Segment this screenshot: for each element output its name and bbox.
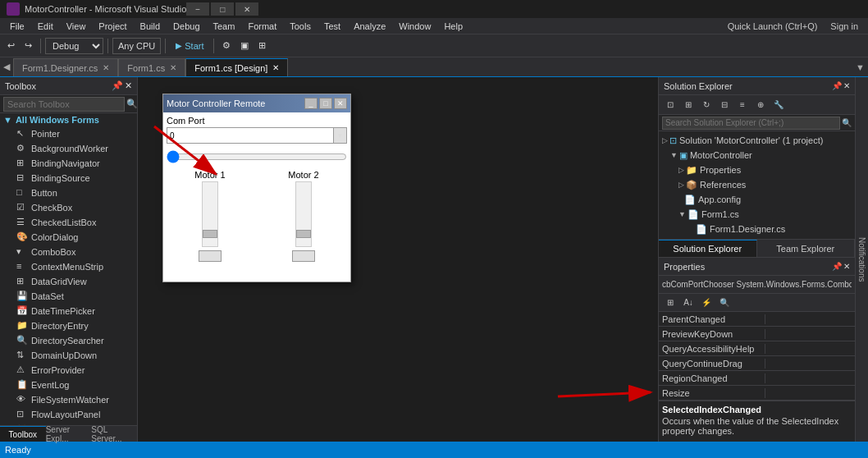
menu-team[interactable]: Team <box>207 20 242 33</box>
toolbar-extra-1[interactable]: ⚙ <box>218 37 235 55</box>
toolbox-tab-server-explorer[interactable]: Server Expl... <box>46 426 92 442</box>
se-pin-icon[interactable]: 📌 <box>832 81 842 90</box>
props-search-btn[interactable]: 🔍 <box>716 295 733 310</box>
toolbox-item-checkbox[interactable]: ☑CheckBox <box>0 200 137 215</box>
quick-launch[interactable]: Quick Launch (Ctrl+Q) <box>721 21 825 31</box>
toolbox-item-button[interactable]: □Button <box>0 185 137 200</box>
toolbox-item-datetimepicker[interactable]: 📅DateTimePicker <box>0 304 137 318</box>
menu-file[interactable]: File <box>3 20 31 33</box>
toolbox-item-dataset[interactable]: 💾DataSet <box>0 289 137 304</box>
motor1-slider-handle[interactable] <box>203 230 217 238</box>
se-search-input[interactable] <box>662 117 840 130</box>
tab-team-explorer[interactable]: Team Explorer <box>757 240 856 257</box>
toolbox-pin-icon[interactable]: 📌 <box>112 80 123 91</box>
toolbox-search-input[interactable] <box>3 97 125 112</box>
props-alphabetical-btn[interactable]: A↓ <box>680 295 697 310</box>
toolbox-item-directorysearcher[interactable]: 🔍DirectorySearcher <box>0 333 137 348</box>
toolbox-item-pointer[interactable]: ↖Pointer <box>0 126 137 141</box>
se-btn-5[interactable]: ≡ <box>734 98 751 112</box>
tab-close-form1-designer[interactable]: ✕ <box>103 63 109 72</box>
toolbox-item-bindingsource[interactable]: ⊟BindingSource <box>0 171 137 185</box>
se-btn-6[interactable]: ⊕ <box>752 98 769 112</box>
tree-project[interactable]: ▼ ▣ MotorController <box>659 148 855 163</box>
tab-close-form1-design[interactable]: ✕ <box>272 63 279 72</box>
toolbox-tab-toolbox[interactable]: Toolbox <box>0 426 46 442</box>
toolbox-close-icon[interactable]: ✕ <box>125 80 132 91</box>
minimize-button[interactable]: − <box>186 2 209 16</box>
toolbox-item-flowlayoutpanel[interactable]: ⊡FlowLayoutPanel <box>0 407 137 422</box>
motor2-slider-handle[interactable] <box>296 230 311 238</box>
toolbox-tab-sql-server[interactable]: SQL Server... <box>91 426 137 442</box>
toolbox-item-checkedlistbox[interactable]: ☰CheckedListBox <box>0 215 137 230</box>
menu-tools[interactable]: Tools <box>283 20 318 33</box>
props-categorized-btn[interactable]: ⊞ <box>662 295 678 310</box>
motor1-button[interactable] <box>199 250 222 262</box>
toolbox-item-filesystemwatcher[interactable]: 👁FileSystemWatcher <box>0 392 137 407</box>
menu-analyze[interactable]: Analyze <box>347 20 392 33</box>
redo-button[interactable]: ↪ <box>21 37 36 55</box>
menu-test[interactable]: Test <box>318 20 347 33</box>
com-port-dropdown-btn[interactable]: ▼ <box>333 128 346 143</box>
se-btn-1[interactable]: ⊡ <box>662 98 678 112</box>
start-button[interactable]: ▶ Start <box>170 37 209 55</box>
tab-scroll-left[interactable]: ◀ <box>0 62 13 72</box>
menu-edit[interactable]: Edit <box>31 20 60 33</box>
motor2-button[interactable] <box>292 250 315 262</box>
sign-in[interactable]: Sign in <box>824 21 865 31</box>
close-button[interactable]: ✕ <box>235 2 258 16</box>
se-btn-4[interactable]: ⊟ <box>716 98 733 112</box>
se-btn-3[interactable]: ↻ <box>698 98 715 112</box>
tab-solution-explorer[interactable]: Solution Explorer <box>659 240 757 257</box>
toolbox-category-all-windows-forms[interactable]: ▼ All Windows Forms <box>0 113 137 126</box>
tree-references[interactable]: ▷ 📦 References <box>659 177 855 192</box>
toolbox-item-directoryentry[interactable]: 📁DirectoryEntry <box>0 318 137 333</box>
form-close-button[interactable]: ✕ <box>334 98 347 109</box>
menu-debug[interactable]: Debug <box>167 20 206 33</box>
se-close-icon[interactable]: ✕ <box>843 81 850 90</box>
prop-row-queryaccessibilityhelp[interactable]: QueryAccessibilityHelp <box>659 341 855 356</box>
prop-row-previewkeydown[interactable]: PreviewKeyDown <box>659 327 855 341</box>
toolbox-item-backgroundworker[interactable]: ⚙BackgroundWorker <box>0 141 137 156</box>
menu-project[interactable]: Project <box>92 20 133 33</box>
tab-scroll-right[interactable]: ▼ <box>852 62 868 72</box>
menu-format[interactable]: Format <box>241 20 283 33</box>
toolbox-item-domainupdown[interactable]: ⇅DomainUpDown <box>0 348 137 363</box>
toolbox-item-combobox[interactable]: ▾ComboBox <box>0 245 137 259</box>
toolbox-item-eventlog[interactable]: 📋EventLog <box>0 378 137 392</box>
tree-form1cs[interactable]: ▼ 📄 Form1.cs <box>659 207 855 222</box>
tree-appconfig[interactable]: 📄 App.config <box>659 192 855 207</box>
toolbox-item-bindingnavigator[interactable]: ⊞BindingNavigator <box>0 156 137 171</box>
toolbar-extra-2[interactable]: ▣ <box>236 37 253 55</box>
toolbox-item-contextmenustrip[interactable]: ≡ContextMenuStrip <box>0 259 137 274</box>
tree-form1designer[interactable]: 📄 Form1.Designer.cs <box>659 222 855 236</box>
prop-row-querycontinuedrag[interactable]: QueryContinueDrag <box>659 356 855 371</box>
tab-close-form1-cs[interactable]: ✕ <box>170 63 176 72</box>
maximize-button[interactable]: □ <box>211 2 234 16</box>
com-port-combo[interactable]: 0 ▼ <box>167 127 347 144</box>
trackbar-control[interactable] <box>167 149 347 165</box>
props-pin-icon[interactable]: 📌 <box>832 262 842 271</box>
notifications-label[interactable]: Notifications <box>856 234 868 285</box>
menu-view[interactable]: View <box>60 20 93 33</box>
tab-form1-design[interactable]: Form1.cs [Design] ✕ <box>185 58 288 76</box>
se-btn-2[interactable]: ⊞ <box>680 98 697 112</box>
menu-build[interactable]: Build <box>134 20 167 33</box>
tab-form1-designer[interactable]: Form1.Designer.cs ✕ <box>13 58 118 76</box>
menu-window[interactable]: Window <box>392 20 437 33</box>
toolbox-item-errorprovider[interactable]: ⚠ErrorProvider <box>0 363 137 378</box>
form-minimize-button[interactable]: _ <box>304 98 318 109</box>
prop-row-parentchanged[interactable]: ParentChanged <box>659 312 855 327</box>
toolbox-item-datagridview[interactable]: ⊞DataGridView <box>0 274 137 289</box>
tree-solution[interactable]: ▷ ⊡ Solution 'MotorController' (1 projec… <box>659 133 855 148</box>
prop-row-regionchanged[interactable]: RegionChanged <box>659 371 855 386</box>
debug-config-dropdown[interactable]: Debug Release <box>45 38 103 54</box>
menu-help[interactable]: Help <box>437 20 469 33</box>
props-events-btn[interactable]: ⚡ <box>698 295 715 310</box>
props-close-icon[interactable]: ✕ <box>843 262 850 271</box>
toolbar-extra-3[interactable]: ⊞ <box>254 37 270 55</box>
se-btn-7[interactable]: 🔧 <box>770 98 787 112</box>
form-maximize-button[interactable]: □ <box>319 98 332 109</box>
tree-properties[interactable]: ▷ 📁 Properties <box>659 163 855 177</box>
undo-button[interactable]: ↩ <box>3 37 19 55</box>
toolbox-item-colordialog[interactable]: 🎨ColorDialog <box>0 230 137 245</box>
